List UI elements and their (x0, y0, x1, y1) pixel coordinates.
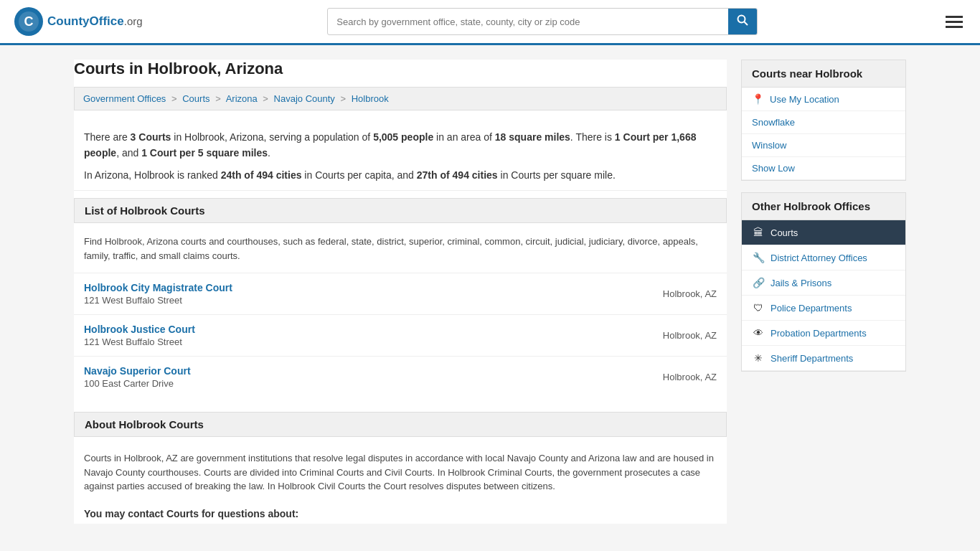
breadcrumb-sep-3: > (263, 93, 268, 104)
about-section-header: About Holbrook Courts (74, 412, 727, 437)
list-section-description: Find Holbrook, Arizona courts and courth… (74, 230, 727, 273)
snowflake-link[interactable]: Snowflake (752, 117, 795, 128)
rank-capita: 24th of 494 cities (221, 169, 302, 181)
per-sq: 1 Court per 5 square miles (141, 147, 268, 159)
area: 18 square miles (495, 131, 570, 143)
police-link[interactable]: Police Departments (771, 303, 852, 314)
breadcrumb-sep-4: > (340, 93, 346, 104)
sidebar-offices-title: Other Holbrook Offices (742, 193, 905, 220)
court-item-1: Holbrook City Magistrate Court 121 West … (74, 273, 727, 314)
header: C CountyOffice.org (0, 0, 980, 45)
breadcrumb-sep-2: > (215, 93, 221, 104)
sidebar-offices: Other Holbrook Offices 🏛 Courts 🔧 Distri… (741, 192, 906, 372)
info-paragraph-1: There are 3 Courts in Holbrook, Arizona,… (84, 129, 717, 161)
logo-area: C CountyOffice.org (14, 7, 143, 36)
search-area (327, 8, 758, 35)
district-attorney-icon: 🔧 (752, 252, 765, 263)
court-city-3: Holbrook, AZ (663, 372, 717, 382)
court-item-2: Holbrook Justice Court 121 West Buffalo … (74, 314, 727, 356)
show-low-link[interactable]: Show Low (752, 163, 795, 174)
sidebar-nearby-title: Courts near Holbrook (742, 60, 905, 88)
probation-link[interactable]: Probation Departments (771, 328, 867, 339)
court-item-2-left: Holbrook Justice Court 121 West Buffalo … (84, 324, 195, 347)
menu-line-2 (946, 21, 963, 23)
office-item-jails-prisons[interactable]: 🔗 Jails & Prisons (742, 270, 905, 296)
sidebar: Courts near Holbrook 📍 Use My Location S… (741, 60, 906, 524)
police-icon: 🛡 (752, 302, 765, 314)
logo-icon: C (14, 7, 43, 36)
menu-line-1 (946, 16, 963, 18)
jails-prisons-icon: 🔗 (752, 277, 765, 288)
court-link-2[interactable]: Holbrook Justice Court (84, 324, 195, 335)
info-section: There are 3 Courts in Holbrook, Arizona,… (74, 122, 727, 191)
office-item-sheriff[interactable]: ✳ Sheriff Departments (742, 346, 905, 371)
contact-header: You may contact Courts for questions abo… (74, 504, 727, 524)
court-item-1-left: Holbrook City Magistrate Court 121 West … (84, 282, 232, 306)
population: 5,005 people (373, 131, 433, 143)
breadcrumb-holbrook[interactable]: Holbrook (352, 93, 389, 104)
court-name-3: Navajo Superior Court (84, 365, 191, 377)
court-address-3: 100 East Carter Drive (84, 378, 191, 389)
logo-text: CountyOffice.org (47, 14, 143, 29)
svg-line-4 (745, 22, 748, 26)
svg-point-3 (738, 16, 745, 23)
sidebar-use-my-location[interactable]: 📍 Use My Location (742, 88, 905, 111)
info-paragraph-2: In Arizona, Holbrook is ranked 24th of 4… (84, 167, 717, 183)
about-section: About Holbrook Courts Courts in Holbrook… (74, 412, 727, 524)
court-item-3-left: Navajo Superior Court 100 East Carter Dr… (84, 365, 191, 389)
breadcrumb-sep-1: > (171, 93, 177, 104)
breadcrumb-navajo-county[interactable]: Navajo County (274, 93, 335, 104)
search-input[interactable] (328, 11, 728, 33)
court-link-3[interactable]: Navajo Superior Court (84, 365, 191, 377)
breadcrumb-government-offices[interactable]: Government Offices (83, 93, 166, 104)
sheriff-link[interactable]: Sheriff Departments (771, 353, 853, 364)
court-item-3: Navajo Superior Court 100 East Carter Dr… (74, 356, 727, 397)
court-name-2: Holbrook Justice Court (84, 324, 195, 335)
sidebar-show-low[interactable]: Show Low (742, 157, 905, 180)
use-my-location-link[interactable]: Use My Location (770, 94, 839, 105)
main-container: Courts in Holbrook, Arizona Government O… (60, 45, 920, 538)
svg-text:C: C (24, 14, 34, 29)
office-item-courts[interactable]: 🏛 Courts (742, 220, 905, 245)
list-section-header: List of Holbrook Courts (74, 198, 727, 223)
content-area: Courts in Holbrook, Arizona Government O… (74, 60, 727, 524)
menu-button[interactable] (943, 13, 966, 31)
court-link-1[interactable]: Holbrook City Magistrate Court (84, 282, 232, 293)
about-section-description: Courts in Holbrook, AZ are government in… (74, 444, 727, 504)
court-name-1: Holbrook City Magistrate Court (84, 282, 232, 293)
breadcrumb-arizona[interactable]: Arizona (226, 93, 258, 104)
probation-icon: 👁 (752, 327, 765, 339)
court-count: 3 Courts (131, 131, 171, 143)
list-section: List of Holbrook Courts Find Holbrook, A… (74, 198, 727, 405)
page-title: Courts in Holbrook, Arizona (74, 60, 727, 78)
office-item-probation[interactable]: 👁 Probation Departments (742, 321, 905, 346)
court-city-2: Holbrook, AZ (663, 330, 717, 341)
office-item-police[interactable]: 🛡 Police Departments (742, 296, 905, 321)
breadcrumb-courts[interactable]: Courts (182, 93, 209, 104)
rank-sq: 27th of 494 cities (417, 169, 498, 181)
search-button[interactable] (728, 9, 757, 34)
location-icon: 📍 (752, 93, 764, 105)
winslow-link[interactable]: Winslow (752, 140, 786, 151)
jails-prisons-link[interactable]: Jails & Prisons (771, 278, 831, 288)
court-address-1: 121 West Buffalo Street (84, 295, 232, 306)
office-item-district-attorney[interactable]: 🔧 District Attorney Offices (742, 245, 905, 270)
district-attorney-link[interactable]: District Attorney Offices (771, 253, 867, 263)
breadcrumb: Government Offices > Courts > Arizona > … (74, 87, 727, 110)
court-city-1: Holbrook, AZ (663, 288, 717, 299)
courts-icon: 🏛 (752, 227, 765, 238)
court-address-2: 121 West Buffalo Street (84, 336, 195, 347)
courts-link[interactable]: Courts (771, 227, 798, 238)
menu-line-3 (946, 26, 963, 28)
sidebar-nearby: Courts near Holbrook 📍 Use My Location S… (741, 60, 906, 181)
sidebar-snowflake[interactable]: Snowflake (742, 111, 905, 134)
sheriff-icon: ✳ (752, 352, 765, 364)
sidebar-winslow[interactable]: Winslow (742, 134, 905, 157)
